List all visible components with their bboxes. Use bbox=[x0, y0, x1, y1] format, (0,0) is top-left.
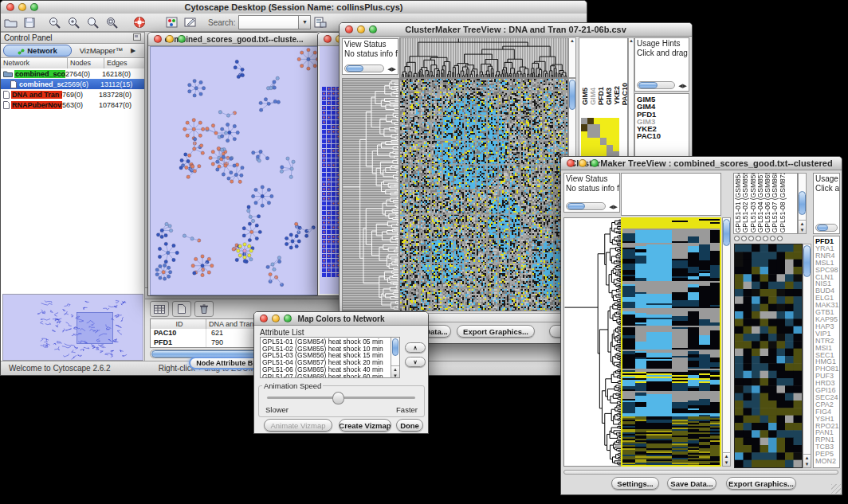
search-dropdown-button[interactable]: ▼ bbox=[299, 15, 311, 29]
table-icon[interactable] bbox=[150, 301, 169, 317]
search-input[interactable] bbox=[238, 15, 299, 29]
save-data-button[interactable]: Save Data... bbox=[667, 477, 716, 490]
column-glyph-icon bbox=[741, 236, 747, 241]
network-canvas[interactable] bbox=[150, 46, 320, 295]
tv2-zoom-vscrollbar[interactable]: ▲▼ bbox=[803, 244, 811, 468]
column-glyph-icon bbox=[777, 236, 783, 241]
animation-speed-group: Animation Speed Slower Faster bbox=[258, 385, 425, 417]
move-down-button[interactable]: ∨ bbox=[405, 357, 426, 367]
zoom-window-icon[interactable] bbox=[178, 35, 186, 43]
scroll-arrows-icon[interactable]: ◀▶ bbox=[609, 204, 618, 210]
close-icon[interactable] bbox=[154, 35, 162, 43]
col-nodes[interactable]: Nodes bbox=[68, 58, 104, 68]
tv2-column-summary-icons bbox=[734, 236, 783, 241]
close-icon[interactable] bbox=[6, 3, 14, 11]
zoom-in-icon[interactable] bbox=[65, 14, 84, 30]
attribute-listbox[interactable]: GPL51-01 (GSM854) heat shock 05 minGPL51… bbox=[260, 337, 400, 378]
network-overview[interactable] bbox=[2, 294, 143, 361]
minimize-icon[interactable] bbox=[18, 3, 26, 11]
tab-network[interactable]: Network bbox=[3, 45, 72, 57]
tab-overflow-arrow[interactable]: ▶ bbox=[131, 47, 135, 54]
network-nodes: 769(0) bbox=[62, 91, 99, 99]
export-graphics-button[interactable]: Export Graphics... bbox=[726, 477, 796, 490]
tv2-hints-hscrollbar[interactable] bbox=[815, 224, 838, 232]
cell-id: PAC10 bbox=[151, 329, 206, 338]
zoom-window-icon[interactable] bbox=[591, 159, 599, 167]
control-panel: Control Panel Network VizMapper™ ▶ Netwo… bbox=[1, 32, 145, 361]
network-view-titlebar[interactable]: combined_scores_good.txt--cluste... bbox=[148, 33, 320, 46]
tv1-column-label: GIM3 bbox=[605, 88, 613, 105]
file-icon bbox=[10, 80, 17, 88]
treeview1-titlebar[interactable]: ClusterMaker TreeView : DNA and Tran 07-… bbox=[340, 23, 692, 37]
settings-button[interactable]: Settings... bbox=[611, 477, 659, 490]
matrix-cell bbox=[581, 131, 587, 138]
zoom-window-icon[interactable] bbox=[284, 315, 292, 322]
minimize-icon[interactable] bbox=[272, 315, 280, 322]
faster-label: Faster bbox=[396, 405, 418, 414]
tv1-heatmap[interactable] bbox=[399, 78, 568, 311]
close-icon[interactable] bbox=[567, 159, 575, 167]
create-vizmap-button[interactable]: Create Vizmap bbox=[339, 419, 391, 432]
help-lifesaver-icon[interactable] bbox=[130, 14, 149, 30]
col-network[interactable]: Network bbox=[1, 58, 68, 68]
export-graphics-button[interactable]: Export Graphics... bbox=[457, 325, 535, 338]
zoom-out-icon[interactable] bbox=[45, 14, 65, 30]
zoom-selected-icon[interactable] bbox=[84, 14, 103, 30]
speed-slider-thumb[interactable] bbox=[332, 392, 344, 404]
delete-trash-icon[interactable] bbox=[194, 301, 214, 317]
vizmapper-icon[interactable] bbox=[162, 14, 181, 30]
annotation-icon[interactable] bbox=[181, 14, 200, 30]
tv2-row-dendrogram[interactable] bbox=[563, 217, 622, 467]
zoom-fit-icon[interactable] bbox=[103, 14, 122, 30]
scroll-arrows-icon[interactable]: ◀▶ bbox=[678, 83, 687, 89]
tv1-status-hscrollbar[interactable] bbox=[344, 64, 384, 72]
close-icon[interactable] bbox=[324, 35, 332, 43]
search-options-icon[interactable] bbox=[311, 14, 330, 30]
attribute-item[interactable]: GPL51-07 (GSM868) heat shock 60 min bbox=[262, 373, 399, 378]
treeview2-titlebar[interactable]: ClusterMaker TreeView : combined_scores_… bbox=[561, 157, 842, 170]
save-icon[interactable] bbox=[20, 14, 39, 30]
minimize-icon[interactable] bbox=[166, 35, 174, 43]
close-icon[interactable] bbox=[345, 25, 353, 33]
main-titlebar[interactable]: Cytoscape Desktop (Session Name: collins… bbox=[1, 1, 587, 14]
tv2-heatmap[interactable] bbox=[621, 217, 721, 467]
done-button[interactable]: Done bbox=[396, 419, 423, 432]
tv2-gene-item[interactable]: MON2 bbox=[815, 458, 839, 465]
dp-col-id[interactable]: ID bbox=[151, 319, 206, 329]
attribute-list-vscrollbar[interactable]: ▲▼ bbox=[391, 338, 399, 377]
column-glyph-icon bbox=[763, 236, 768, 241]
minimize-icon[interactable] bbox=[357, 25, 365, 33]
network-tree-row[interactable]: combined_sco2569(6)13112(15) bbox=[1, 79, 144, 89]
tv2-column-dendrogram[interactable] bbox=[621, 173, 721, 216]
tv2-labels-scrollbar[interactable]: ▲▼ bbox=[798, 173, 807, 234]
open-icon[interactable] bbox=[1, 14, 20, 30]
col-edges[interactable]: Edges bbox=[104, 58, 144, 68]
tv2-vscrollbar[interactable]: ▲▼ bbox=[722, 217, 731, 467]
network-nodes: 563(0) bbox=[62, 101, 99, 109]
zoom-window-icon[interactable] bbox=[30, 3, 38, 11]
close-icon[interactable] bbox=[260, 315, 268, 322]
tv2-zoom-heatmap[interactable] bbox=[734, 244, 803, 468]
tv1-gene-item[interactable]: PAC10 bbox=[637, 132, 689, 139]
tab-vizmapper[interactable]: VizMapper™ bbox=[72, 46, 131, 55]
tv1-hints-hscrollbar[interactable] bbox=[637, 81, 675, 89]
map-dialog-titlebar[interactable]: Map Colors to Network bbox=[254, 312, 428, 326]
network-tree-row[interactable]: DNA and Tran 07769(0)183728(0) bbox=[1, 89, 144, 100]
matrix-cell bbox=[607, 138, 613, 144]
resize-grip-icon[interactable] bbox=[831, 484, 841, 494]
matrix-cell bbox=[600, 118, 607, 124]
move-up-button[interactable]: ∧ bbox=[405, 342, 426, 353]
tv1-row-dendrogram[interactable] bbox=[342, 78, 399, 311]
network-tree-row[interactable]: RNAPuberNov2+563(0)107847(0) bbox=[1, 100, 144, 110]
scroll-arrows-icon[interactable]: ◀▶ bbox=[387, 66, 396, 72]
tv2-status-hscrollbar[interactable] bbox=[566, 202, 606, 210]
window-controls[interactable] bbox=[6, 3, 38, 11]
minimize-icon[interactable] bbox=[579, 159, 587, 167]
control-panel-title: Control Panel bbox=[4, 33, 53, 42]
matrix-cell bbox=[587, 145, 594, 151]
float-panel-icon[interactable] bbox=[133, 33, 141, 42]
zoom-window-icon[interactable] bbox=[369, 25, 377, 33]
network-tree-row[interactable]: combined_scores2764(0)16218(0) bbox=[1, 68, 144, 79]
tv1-column-dendrogram[interactable] bbox=[399, 37, 568, 78]
new-page-icon[interactable] bbox=[172, 301, 191, 317]
